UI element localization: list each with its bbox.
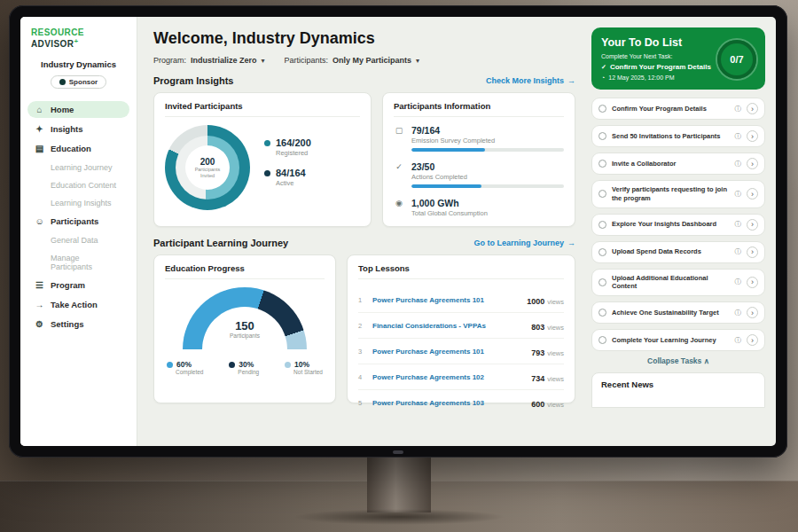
page-title: Welcome, Industry Dynamics — [153, 29, 575, 48]
donut-center-value: 200 — [200, 157, 215, 167]
monitor-bezel: RESOURCE ADVISOR+ Industry Dynamics Spon… — [9, 5, 787, 458]
program-dropdown-value: Industrialize Zero — [191, 56, 257, 65]
info-row-consumption: ◉ 1,000 GWh Total Global Consumption — [394, 198, 564, 217]
sidebar-item-label: Settings — [51, 319, 83, 329]
collapse-tasks-button[interactable]: Collapse Tasks ∧ — [591, 356, 765, 365]
task-achieve-sustainability-target[interactable]: Achieve One Sustainability Target ⓘ › — [591, 301, 765, 324]
sidebar-item-education-content[interactable]: Education Content — [27, 177, 129, 193]
task-checkbox[interactable] — [598, 336, 606, 344]
sponsor-badge: Sponsor — [51, 75, 106, 89]
task-checkbox[interactable] — [598, 132, 606, 140]
task-checkbox[interactable] — [598, 278, 606, 286]
chevron-right-icon[interactable]: › — [747, 219, 758, 231]
legend-value: 60% — [176, 360, 192, 369]
lesson-views-value: 793 — [531, 348, 544, 357]
progress-bar — [411, 184, 564, 188]
settings-icon: ⚙ — [35, 319, 44, 329]
chevron-right-icon[interactable]: › — [747, 307, 758, 318]
task-checkbox[interactable] — [598, 160, 606, 168]
sidebar-item-take-action[interactable]: → Take Action — [27, 296, 129, 313]
task-checkbox[interactable] — [598, 190, 606, 198]
lesson-link[interactable]: Power Purchase Agreements 102 — [372, 373, 524, 381]
sidebar-item-settings[interactable]: ⚙ Settings — [27, 316, 129, 332]
legend-item-not-started: 10% Not Started — [285, 360, 323, 375]
chevron-right-icon[interactable]: › — [747, 158, 758, 169]
lesson-link[interactable]: Power Purchase Agreements 101 — [372, 348, 524, 356]
task-verify-participants[interactable]: Verify participants requesting to join t… — [591, 180, 765, 208]
sidebar-item-label: Education — [51, 144, 91, 153]
chevron-right-icon[interactable]: › — [747, 246, 758, 258]
sidebar-item-learning-insights[interactable]: Learning Insights — [27, 195, 129, 211]
task-checkbox[interactable] — [598, 105, 606, 113]
todo-panel: Your To Do List Complete Your Next Task:… — [588, 17, 776, 446]
chevron-down-icon: ▾ — [262, 57, 265, 65]
sidebar-item-home[interactable]: ⌂ Home — [27, 101, 129, 118]
chevron-right-icon[interactable]: › — [747, 277, 758, 288]
sidebar-item-program[interactable]: ☰ Program — [27, 277, 129, 293]
lesson-views-label: views — [547, 401, 564, 409]
card-title: Invited Participants — [165, 101, 360, 117]
legend-label: Active — [276, 179, 311, 187]
recent-news-card: Recent News — [591, 372, 765, 408]
check-more-insights-link[interactable]: Check More Insights → — [486, 76, 575, 85]
lesson-rank: 2 — [358, 322, 365, 330]
legend-label: Pending — [238, 369, 259, 375]
education-progress-card: Education Progress 150 Participants — [153, 254, 336, 403]
chevron-right-icon[interactable]: › — [747, 130, 758, 142]
info-row-emission-survey: ▢ 79/164 Emission Survey Completed — [394, 125, 564, 152]
todo-progress-ring: 0/7 — [717, 40, 756, 79]
todo-summary-card: Your To Do List Complete Your Next Task:… — [591, 27, 765, 90]
chevron-right-icon[interactable]: › — [747, 103, 758, 114]
insights-icon: ✦ — [35, 124, 44, 134]
lesson-row: 5 Power Purchase Agreements 103 600views — [358, 390, 564, 415]
info-value: 1,000 GWh — [411, 198, 564, 208]
collapse-label: Collapse Tasks — [647, 356, 701, 365]
task-send-invitations[interactable]: Send 50 Invitations to Participants ⓘ › — [591, 125, 765, 147]
task-invite-collaborator[interactable]: Invite a Collaborator ⓘ › — [591, 153, 765, 175]
program-dropdown[interactable]: Program: Industrialize Zero ▾ — [153, 56, 265, 65]
chevron-right-icon[interactable]: › — [747, 334, 758, 346]
lesson-row: 3 Power Purchase Agreements 101 793views — [358, 339, 564, 364]
lesson-views-value: 734 — [531, 374, 544, 383]
lesson-link[interactable]: Financial Considerations - VPPAs — [372, 322, 524, 330]
info-label: Actions Completed — [411, 173, 564, 181]
task-explore-insights[interactable]: Explore Your Insights Dashboard ⓘ › — [591, 214, 765, 236]
sidebar-item-label: Participants — [51, 216, 98, 226]
sidebar-item-label: Learning Journey — [51, 163, 113, 172]
task-label: Achieve One Sustainability Target — [612, 309, 730, 317]
arrow-right-icon: → — [567, 76, 575, 85]
lesson-views-label: views — [547, 298, 564, 306]
recent-news-title: Recent News — [601, 379, 755, 389]
info-label: Total Global Consumption — [411, 209, 564, 217]
task-confirm-program-details[interactable]: Confirm Your Program Details ⓘ › — [591, 98, 765, 120]
task-upload-spend-data[interactable]: Upload Spend Data Records ⓘ › — [591, 241, 765, 263]
go-to-learning-journey-link[interactable]: Go to Learning Journey → — [473, 239, 575, 247]
lesson-link[interactable]: Power Purchase Agreements 103 — [372, 399, 524, 407]
sidebar-item-participants[interactable]: ☺ Participants — [27, 213, 129, 230]
sidebar-item-insights[interactable]: ✦ Insights — [27, 121, 129, 137]
program-insights-section-header: Program Insights Check More Insights → — [153, 75, 575, 86]
chevron-right-icon[interactable]: › — [747, 188, 758, 200]
lesson-views-value: 600 — [531, 400, 544, 409]
task-checkbox[interactable] — [598, 309, 606, 317]
link-label: Go to Learning Journey — [473, 239, 564, 247]
sidebar-item-general-data[interactable]: General Data — [27, 232, 129, 248]
sidebar-item-manage-participants[interactable]: Manage Participants — [27, 250, 129, 275]
lesson-rank: 3 — [358, 348, 365, 356]
lesson-link[interactable]: Power Purchase Agreements 101 — [372, 296, 520, 304]
sidebar-item-label: Education Content — [51, 181, 116, 190]
sidebar-item-education[interactable]: ▤ Education — [27, 140, 129, 157]
sidebar: RESOURCE ADVISOR+ Industry Dynamics Spon… — [20, 17, 137, 446]
pending-dot-icon — [229, 362, 235, 368]
task-upload-educational-content[interactable]: Upload Additional Educational Content ⓘ … — [591, 269, 765, 297]
lesson-rank: 4 — [358, 373, 365, 381]
task-checkbox[interactable] — [598, 248, 606, 256]
task-checkbox[interactable] — [598, 221, 606, 229]
sidebar-item-label: Manage Participants — [51, 254, 122, 271]
dashboard-screen: RESOURCE ADVISOR+ Industry Dynamics Spon… — [20, 17, 776, 446]
sidebar-item-learning-journey[interactable]: Learning Journey — [27, 160, 129, 176]
gauge-center-label: Participants — [230, 332, 260, 339]
lesson-views-value: 803 — [531, 323, 544, 332]
participants-dropdown[interactable]: Participants: Only My Participants ▾ — [285, 56, 420, 65]
task-complete-learning-journey[interactable]: Complete Your Learning Journey ⓘ › — [591, 329, 765, 351]
